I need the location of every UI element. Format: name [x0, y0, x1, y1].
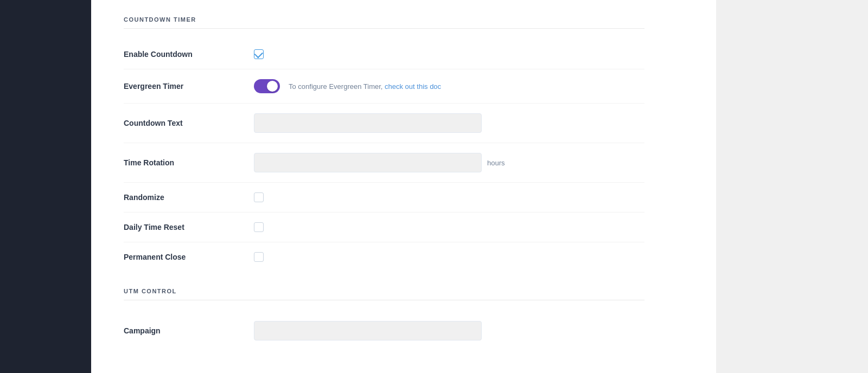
permanent-close-checkbox[interactable]: [254, 252, 264, 262]
time-rotation-suffix: hours: [487, 159, 505, 167]
countdown-text-row: Countdown Text: [124, 104, 644, 143]
utm-control-title: UTM CONTROL: [124, 288, 644, 300]
campaign-label: Campaign: [124, 326, 254, 335]
daily-time-reset-label: Daily Time Reset: [124, 223, 254, 231]
time-rotation-row: Time Rotation hours: [124, 143, 644, 183]
randomize-label: Randomize: [124, 193, 254, 202]
enable-countdown-row: Enable Countdown: [124, 40, 644, 69]
permanent-close-row: Permanent Close: [124, 242, 644, 272]
time-rotation-control: hours: [254, 153, 644, 172]
daily-time-reset-control: [254, 222, 644, 232]
evergreen-timer-hint: To configure Evergreen Timer, check out …: [289, 82, 441, 91]
countdown-text-label: Countdown Text: [124, 119, 254, 127]
enable-countdown-label: Enable Countdown: [124, 50, 254, 59]
campaign-control: [254, 321, 644, 340]
enable-countdown-checkbox[interactable]: [254, 49, 264, 59]
sidebar: [0, 0, 91, 373]
evergreen-timer-row: Evergreen Timer To configure Evergreen T…: [124, 69, 644, 104]
daily-time-reset-row: Daily Time Reset: [124, 213, 644, 242]
campaign-input[interactable]: [254, 321, 482, 340]
evergreen-timer-toggle[interactable]: [254, 79, 280, 93]
countdown-text-input[interactable]: [254, 113, 482, 133]
randomize-checkbox[interactable]: [254, 192, 264, 202]
utm-control-section: UTM CONTROL Campaign: [124, 288, 644, 350]
evergreen-timer-label: Evergreen Timer: [124, 82, 254, 91]
right-panel: [716, 0, 868, 373]
evergreen-timer-control: To configure Evergreen Timer, check out …: [254, 79, 644, 93]
daily-time-reset-checkbox[interactable]: [254, 222, 264, 232]
countdown-timer-title: COUNTDOWN TIMER: [124, 16, 644, 29]
countdown-timer-section: COUNTDOWN TIMER Enable Countdown Evergre…: [124, 16, 644, 272]
campaign-row: Campaign: [124, 311, 644, 350]
time-rotation-label: Time Rotation: [124, 158, 254, 167]
countdown-text-control: [254, 113, 644, 133]
randomize-row: Randomize: [124, 183, 644, 213]
time-rotation-input-group: hours: [254, 153, 505, 172]
permanent-close-control: [254, 252, 644, 262]
evergreen-timer-link[interactable]: check out this doc: [385, 82, 441, 91]
time-rotation-input[interactable]: [254, 153, 482, 172]
permanent-close-label: Permanent Close: [124, 253, 254, 261]
main-content: COUNTDOWN TIMER Enable Countdown Evergre…: [91, 0, 716, 373]
enable-countdown-control: [254, 49, 644, 59]
randomize-control: [254, 192, 644, 202]
